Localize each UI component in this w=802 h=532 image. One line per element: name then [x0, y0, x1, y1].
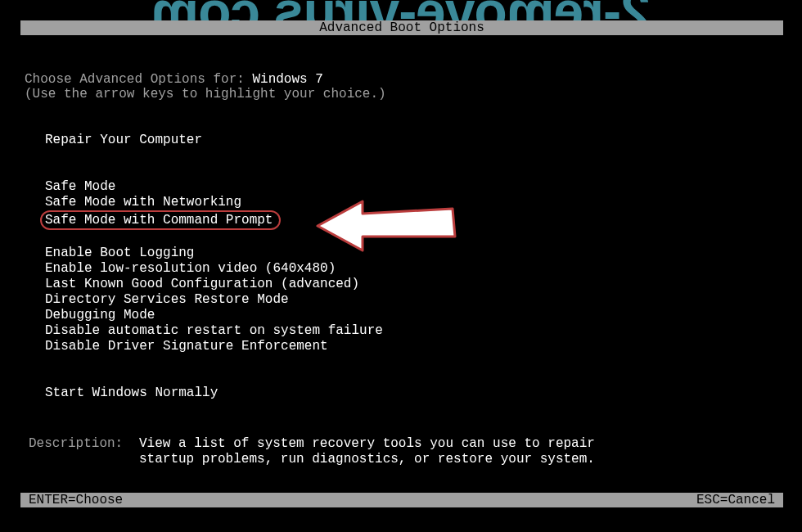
menu-dsrm[interactable]: Directory Services Restore Mode — [45, 292, 783, 308]
menu-lkg[interactable]: Last Known Good Configuration (advanced) — [45, 277, 783, 292]
menu-no-driver-sig[interactable]: Disable Driver Signature Enforcement — [45, 339, 783, 354]
description-line1: View a list of system recovery tools you… — [139, 436, 595, 452]
hint-line: (Use the arrow keys to highlight your ch… — [25, 87, 783, 101]
boot-screen: Advanced Boot Options Choose Advanced Op… — [20, 20, 783, 507]
menu-low-res[interactable]: Enable low-resolution video (640x480) — [45, 261, 783, 277]
menu-debug[interactable]: Debugging Mode — [45, 308, 783, 323]
menu-repair[interactable]: Repair Your Computer — [45, 133, 783, 148]
arrow-left-icon — [309, 197, 465, 255]
menu-safe-mode[interactable]: Safe Mode — [45, 179, 783, 195]
menu-start-normally[interactable]: Start Windows Normally — [45, 385, 783, 401]
description-text: View a list of system recovery tools you… — [139, 436, 595, 467]
footer-enter: ENTER=Choose — [29, 493, 123, 507]
footer-bar: ENTER=Choose ESC=Cancel — [20, 493, 783, 507]
footer-esc: ESC=Cancel — [696, 493, 775, 507]
choose-prefix: Choose Advanced Options for: — [25, 72, 252, 87]
description-line2: startup problems, run diagnostics, or re… — [139, 452, 595, 467]
title-bar: Advanced Boot Options — [20, 20, 783, 35]
description-label: Description: — [29, 436, 139, 467]
os-name: Windows 7 — [252, 72, 322, 87]
description-block: Description: View a list of system recov… — [25, 436, 783, 467]
choose-line: Choose Advanced Options for: Windows 7 — [25, 72, 783, 87]
content-area: Choose Advanced Options for: Windows 7 (… — [20, 72, 783, 467]
highlight-box: Safe Mode with Command Prompt — [40, 210, 281, 230]
svg-marker-0 — [318, 201, 455, 250]
boot-menu: Repair Your Computer Safe Mode Safe Mode… — [25, 133, 783, 401]
menu-no-restart[interactable]: Disable automatic restart on system fail… — [45, 323, 783, 339]
